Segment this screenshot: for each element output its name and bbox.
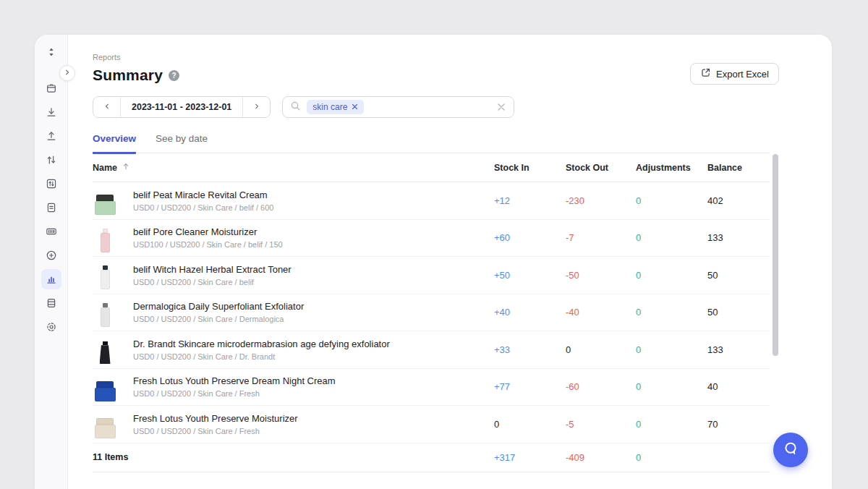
upload-icon xyxy=(46,130,57,142)
tab-see-by-date[interactable]: See by date xyxy=(156,133,208,153)
product-thumbnail xyxy=(93,373,117,401)
balance-value: 133 xyxy=(707,344,770,355)
total-adjustments: 0 xyxy=(636,452,707,463)
chat-support-button[interactable] xyxy=(773,433,808,467)
product-details: USD0 / USD200 / Skin Care / Dr. Brandt xyxy=(133,352,390,361)
sort-asc-icon xyxy=(122,162,130,173)
table-row[interactable]: belif Witch Hazel Herbal Extract Toner U… xyxy=(93,257,770,294)
date-range-picker: 2023-11-01 - 2023-12-01 xyxy=(93,96,271,118)
invoice-icon xyxy=(46,202,57,213)
product-details: USD0 / USD200 / Skin Care / belif xyxy=(133,278,292,286)
search-input[interactable]: skin care xyxy=(282,96,514,118)
stock-in-value: +50 xyxy=(494,270,566,281)
add-circle-icon xyxy=(46,250,57,261)
tab-bar: Overview See by date xyxy=(93,133,770,153)
product-details: USD100 / USD200 / Skin Care / belif / 15… xyxy=(133,240,283,249)
stock-out-value: -230 xyxy=(566,195,636,206)
sidebar-item-archive[interactable] xyxy=(41,78,61,98)
stock-out-value: -60 xyxy=(566,381,636,392)
product-details: USD0 / USD200 / Skin Care / Dermalogica xyxy=(133,315,304,323)
adjustments-value: 0 xyxy=(636,195,707,206)
main-content: Reports Summary ? Export Excel 2023-11-0… xyxy=(68,35,832,489)
product-name: Fresh Lotus Youth Preserve Dream Night C… xyxy=(133,375,336,386)
stock-out-value: -5 xyxy=(566,419,636,430)
sidebar-item-add-circle[interactable] xyxy=(41,245,61,265)
table-header-row: Name Stock In Stock Out Adjustments Bala… xyxy=(93,153,770,182)
summary-table: Name Stock In Stock Out Adjustments Bala… xyxy=(93,153,770,472)
product-details: USD0 / USD200 / Skin Care / belif / 600 xyxy=(133,203,273,212)
export-excel-button[interactable]: Export Excel xyxy=(690,63,779,85)
help-icon[interactable]: ? xyxy=(169,70,179,81)
download-icon xyxy=(46,106,57,118)
adjustment-icon xyxy=(46,178,57,190)
product-thumbnail xyxy=(93,224,117,252)
reports-icon xyxy=(46,273,57,285)
archive-icon xyxy=(46,82,57,94)
adjustments-value: 0 xyxy=(636,381,707,392)
items-count: 11 Items xyxy=(93,452,494,462)
page-title: Summary xyxy=(93,67,163,84)
table-row[interactable]: belif Pore Cleaner Moisturizer USD100 / … xyxy=(93,220,770,258)
sort-icon xyxy=(46,46,57,58)
balance-value: 50 xyxy=(707,307,770,318)
table-row[interactable]: Dr. Brandt Skincare microdermabrasion ag… xyxy=(93,331,770,369)
sidebar-item-stock[interactable] xyxy=(41,293,61,313)
chip-remove-icon[interactable] xyxy=(352,102,358,112)
search-icon xyxy=(290,101,301,114)
product-thumbnail xyxy=(93,409,117,438)
table-row[interactable]: belif Peat Miracle Revital Cream USD0 / … xyxy=(93,182,770,220)
sidebar xyxy=(35,35,68,489)
product-name: Dermalogica Daily Superfoliant Exfoliato… xyxy=(133,301,304,312)
product-thumbnail xyxy=(93,335,117,364)
balance-value: 50 xyxy=(707,270,770,281)
column-header-name[interactable]: Name xyxy=(93,162,494,173)
chevron-right-icon xyxy=(63,67,72,80)
total-stock-out: -409 xyxy=(566,452,636,463)
product-name: Fresh Lotus Youth Preserve Moisturizer xyxy=(133,413,298,424)
table-scrollbar[interactable] xyxy=(773,154,778,356)
column-header-adjustments[interactable]: Adjustments xyxy=(636,163,707,173)
sidebar-item-barcode[interactable] xyxy=(41,221,61,242)
sidebar-item-sort[interactable] xyxy=(41,42,61,62)
stock-out-value: -7 xyxy=(566,232,636,243)
tab-overview[interactable]: Overview xyxy=(93,133,136,154)
stock-out-value: 0 xyxy=(566,344,636,355)
search-tag-label: skin care xyxy=(312,102,347,112)
product-details: USD0 / USD200 / Skin Care / Fresh xyxy=(133,389,336,398)
sidebar-item-settings[interactable] xyxy=(41,317,61,337)
barcode-icon xyxy=(46,226,57,237)
column-header-balance[interactable]: Balance xyxy=(707,163,770,173)
stock-in-value: +77 xyxy=(494,381,566,392)
stock-in-value: 0 xyxy=(494,419,566,430)
balance-value: 402 xyxy=(707,195,770,206)
export-icon xyxy=(700,67,711,80)
table-footer-row: 11 Items +317 -409 0 xyxy=(93,443,770,472)
adjustments-value: 0 xyxy=(636,419,707,430)
sidebar-item-download[interactable] xyxy=(41,102,61,122)
sidebar-item-transfer[interactable] xyxy=(41,150,61,170)
sidebar-item-reports[interactable] xyxy=(41,269,61,289)
search-clear-icon[interactable] xyxy=(496,102,506,112)
date-prev-button[interactable] xyxy=(93,97,120,117)
sidebar-expand-button[interactable] xyxy=(59,65,75,81)
product-name: belif Pore Cleaner Moisturizer xyxy=(133,226,283,237)
adjustments-value: 0 xyxy=(636,307,707,318)
column-header-stock-out[interactable]: Stock Out xyxy=(566,163,636,173)
column-header-stock-in[interactable]: Stock In xyxy=(494,163,566,173)
settings-icon xyxy=(46,321,57,333)
stock-in-value: +40 xyxy=(494,307,566,318)
stock-out-value: -40 xyxy=(566,307,636,318)
date-next-button[interactable] xyxy=(243,97,270,117)
table-row[interactable]: Fresh Lotus Youth Preserve Dream Night C… xyxy=(93,369,770,407)
stock-in-value: +60 xyxy=(494,232,566,243)
table-row[interactable]: Fresh Lotus Youth Preserve Moisturizer U… xyxy=(93,406,770,443)
sidebar-item-upload[interactable] xyxy=(41,126,61,146)
product-name: Dr. Brandt Skincare microdermabrasion ag… xyxy=(133,339,390,349)
product-thumbnail xyxy=(93,298,117,327)
search-tag-chip[interactable]: skin care xyxy=(307,100,364,114)
adjustments-value: 0 xyxy=(636,270,707,281)
date-range-value[interactable]: 2023-11-01 - 2023-12-01 xyxy=(120,97,243,117)
table-row[interactable]: Dermalogica Daily Superfoliant Exfoliato… xyxy=(93,294,770,332)
sidebar-item-adjustment[interactable] xyxy=(41,174,61,194)
sidebar-item-invoice[interactable] xyxy=(41,197,61,218)
